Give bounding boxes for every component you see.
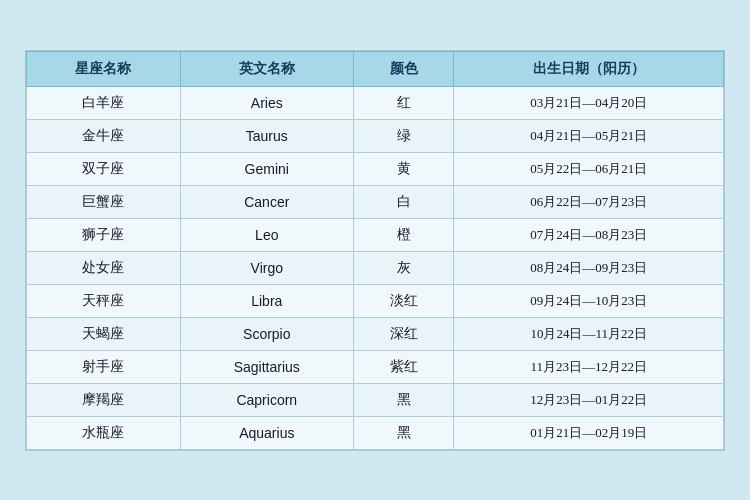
table-header-row: 星座名称 英文名称 颜色 出生日期（阳历）: [27, 51, 724, 86]
cell-dates: 12月23日—01月22日: [454, 383, 724, 416]
cell-color: 白: [353, 185, 454, 218]
cell-chinese-name: 白羊座: [27, 86, 181, 119]
table-row: 狮子座Leo橙07月24日—08月23日: [27, 218, 724, 251]
cell-dates: 09月24日—10月23日: [454, 284, 724, 317]
cell-english-name: Cancer: [180, 185, 353, 218]
cell-dates: 03月21日—04月20日: [454, 86, 724, 119]
cell-english-name: Leo: [180, 218, 353, 251]
cell-english-name: Virgo: [180, 251, 353, 284]
cell-english-name: Aquarius: [180, 416, 353, 449]
cell-color: 淡红: [353, 284, 454, 317]
cell-color: 深红: [353, 317, 454, 350]
cell-color: 灰: [353, 251, 454, 284]
header-chinese-name: 星座名称: [27, 51, 181, 86]
table-row: 水瓶座Aquarius黑01月21日—02月19日: [27, 416, 724, 449]
cell-english-name: Capricorn: [180, 383, 353, 416]
table-row: 金牛座Taurus绿04月21日—05月21日: [27, 119, 724, 152]
cell-chinese-name: 射手座: [27, 350, 181, 383]
cell-dates: 06月22日—07月23日: [454, 185, 724, 218]
table-row: 天秤座Libra淡红09月24日—10月23日: [27, 284, 724, 317]
cell-dates: 07月24日—08月23日: [454, 218, 724, 251]
cell-chinese-name: 双子座: [27, 152, 181, 185]
cell-color: 黑: [353, 416, 454, 449]
table-row: 双子座Gemini黄05月22日—06月21日: [27, 152, 724, 185]
cell-english-name: Aries: [180, 86, 353, 119]
cell-chinese-name: 巨蟹座: [27, 185, 181, 218]
cell-color: 紫红: [353, 350, 454, 383]
cell-english-name: Gemini: [180, 152, 353, 185]
cell-chinese-name: 天蝎座: [27, 317, 181, 350]
cell-chinese-name: 狮子座: [27, 218, 181, 251]
table-row: 天蝎座Scorpio深红10月24日—11月22日: [27, 317, 724, 350]
cell-chinese-name: 处女座: [27, 251, 181, 284]
cell-english-name: Sagittarius: [180, 350, 353, 383]
cell-chinese-name: 天秤座: [27, 284, 181, 317]
cell-dates: 08月24日—09月23日: [454, 251, 724, 284]
header-dates: 出生日期（阳历）: [454, 51, 724, 86]
cell-color: 红: [353, 86, 454, 119]
table-row: 处女座Virgo灰08月24日—09月23日: [27, 251, 724, 284]
cell-dates: 11月23日—12月22日: [454, 350, 724, 383]
cell-english-name: Scorpio: [180, 317, 353, 350]
zodiac-table: 星座名称 英文名称 颜色 出生日期（阳历） 白羊座Aries红03月21日—04…: [26, 51, 724, 450]
table-row: 巨蟹座Cancer白06月22日—07月23日: [27, 185, 724, 218]
table-row: 射手座Sagittarius紫红11月23日—12月22日: [27, 350, 724, 383]
cell-dates: 04月21日—05月21日: [454, 119, 724, 152]
cell-chinese-name: 水瓶座: [27, 416, 181, 449]
header-color: 颜色: [353, 51, 454, 86]
cell-color: 绿: [353, 119, 454, 152]
cell-chinese-name: 摩羯座: [27, 383, 181, 416]
table-row: 摩羯座Capricorn黑12月23日—01月22日: [27, 383, 724, 416]
cell-dates: 01月21日—02月19日: [454, 416, 724, 449]
cell-chinese-name: 金牛座: [27, 119, 181, 152]
cell-dates: 10月24日—11月22日: [454, 317, 724, 350]
cell-color: 橙: [353, 218, 454, 251]
cell-english-name: Libra: [180, 284, 353, 317]
cell-color: 黄: [353, 152, 454, 185]
header-english-name: 英文名称: [180, 51, 353, 86]
cell-english-name: Taurus: [180, 119, 353, 152]
cell-dates: 05月22日—06月21日: [454, 152, 724, 185]
cell-color: 黑: [353, 383, 454, 416]
table-row: 白羊座Aries红03月21日—04月20日: [27, 86, 724, 119]
zodiac-table-container: 星座名称 英文名称 颜色 出生日期（阳历） 白羊座Aries红03月21日—04…: [25, 50, 725, 451]
